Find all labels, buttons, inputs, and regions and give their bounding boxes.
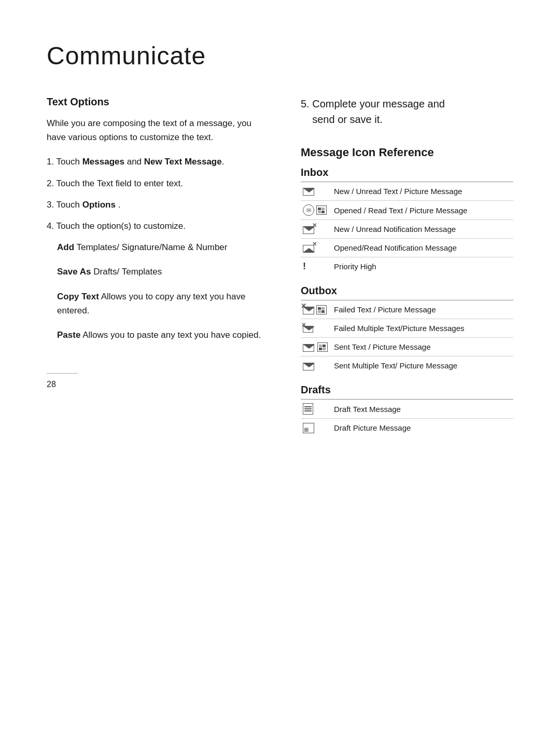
step-3: 3. Touch Options . (47, 198, 270, 212)
pic-icon (316, 205, 327, 215)
failed-pic-icon (316, 305, 327, 314)
icon-ref-heading: Message Icon Reference (301, 146, 513, 159)
sub-copytext: Copy Text Allows you to copy any text yo… (57, 290, 270, 318)
page-title: Communicate (47, 42, 513, 70)
table-row: Draft Picture Message (301, 419, 513, 437)
new-notif-label: New / Unread Notification Message (332, 220, 513, 239)
priority-label: Priority High (332, 257, 513, 276)
table-row: Sent Multiple Text/ Picture Message (301, 356, 513, 375)
failed-text-label: Failed Text / Picture Message (332, 300, 513, 319)
table-row: Draft Text Message (301, 400, 513, 419)
new-text-icon (303, 188, 314, 196)
sub-add: Add Templates/ Signature/Name & Number (57, 240, 270, 254)
outbox-table: ✕ Failed Text / Picture Message ✕ (301, 300, 513, 375)
table-row: ✕ Opened/Read Notification Message (301, 239, 513, 257)
table-row: ! Priority High (301, 257, 513, 276)
step-5: 5. Complete your message and send or sav… (301, 96, 513, 127)
inbox-table: New / Unread Text / Picture Message ✉ Op… (301, 182, 513, 276)
drafts-heading: Drafts (301, 384, 513, 400)
draft-pic-icon (303, 423, 314, 433)
inbox-heading: Inbox (301, 167, 513, 182)
table-row: Sent Text / Picture Message (301, 338, 513, 356)
drafts-table: Draft Text Message Draft Picture Message (301, 400, 513, 437)
draft-text-icon (303, 403, 313, 415)
right-column: 5. Complete your message and send or sav… (301, 96, 513, 446)
step-1: 1. Touch Messages and New Text Message. (47, 155, 270, 169)
sent-multi-label: Sent Multiple Text/ Picture Message (332, 356, 513, 375)
sub-saveas: Save As Drafts/ Templates (57, 265, 270, 279)
table-row: New / Unread Text / Picture Message (301, 182, 513, 201)
failed-multi-label: Failed Multiple Text/Picture Messages (332, 319, 513, 338)
table-row: ✕ New / Unread Notification Message (301, 220, 513, 239)
failed-icon: ✕ (303, 305, 314, 314)
page-number: 28 (47, 380, 56, 389)
opened-icon: ✉ (303, 204, 314, 216)
page-number-section: 28 (47, 373, 78, 389)
sent-icon (303, 342, 314, 352)
step-4: 4. Touch the option(s) to customize. (47, 219, 270, 233)
sent-multi-icon (303, 361, 314, 370)
table-row: ✉ Opened / Read Text / Picture Message (301, 201, 513, 220)
text-options-heading: Text Options (47, 96, 270, 108)
intro-text: While you are composing the text of a me… (47, 116, 270, 144)
opened-text-label: Opened / Read Text / Picture Message (332, 201, 513, 220)
left-column: Text Options While you are composing the… (47, 96, 270, 389)
opened-notif-icon: ✕ (303, 243, 314, 253)
draft-text-label: Draft Text Message (332, 400, 513, 419)
table-row: ✕ Failed Multiple Text/Picture Messages (301, 319, 513, 338)
sub-paste: Paste Allows you to paste any text you h… (57, 328, 270, 342)
outbox-heading: Outbox (301, 285, 513, 300)
draft-pic-label: Draft Picture Message (332, 419, 513, 437)
step-2: 2. Touch the Text field to enter text. (47, 176, 270, 190)
failed-multi-icon: ✕ (303, 324, 313, 333)
opened-notif-label: Opened/Read Notification Message (332, 239, 513, 257)
new-notif-icon: ✕ (303, 225, 314, 234)
sent-pic-icon (317, 342, 328, 352)
priority-icon: ! (303, 261, 306, 272)
table-row: ✕ Failed Text / Picture Message (301, 300, 513, 319)
new-text-label: New / Unread Text / Picture Message (332, 182, 513, 201)
sent-text-label: Sent Text / Picture Message (332, 338, 513, 356)
